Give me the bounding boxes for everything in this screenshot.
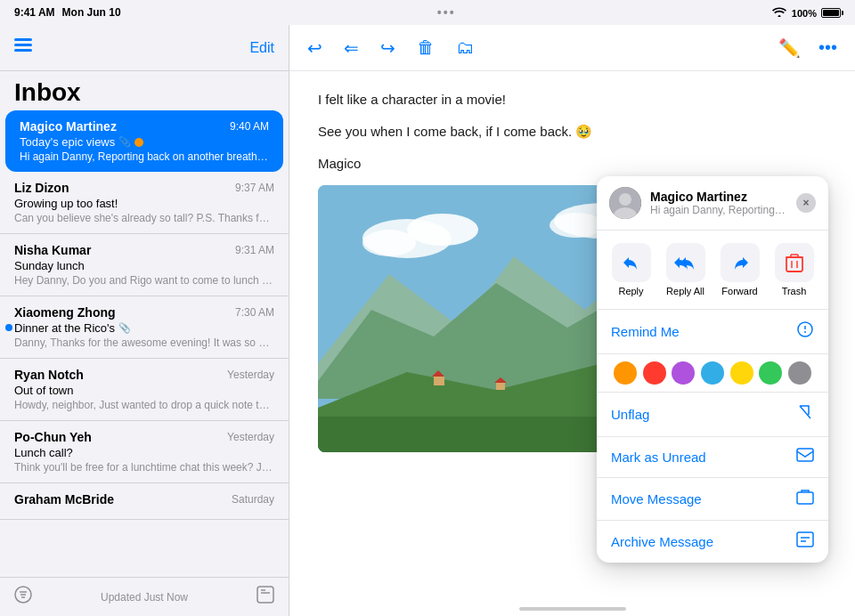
color-dot[interactable]: [614, 361, 637, 385]
email-header: Magico Martinez 9:40 AM: [20, 119, 269, 134]
email-subject: Dinner at the Rico's 📎: [14, 321, 274, 335]
popup-action-reply-all[interactable]: Reply All: [666, 243, 705, 296]
filter-icon[interactable]: [14, 586, 32, 608]
popup-action-trash[interactable]: Trash: [775, 243, 814, 296]
popup-close-button[interactable]: ×: [796, 193, 816, 213]
svg-rect-39: [797, 492, 813, 504]
forward-icon[interactable]: ↪: [380, 37, 395, 59]
email-header: Graham McBride Saturday: [14, 492, 274, 507]
detail-pane: ↩ ⇐ ↪ 🗑 🗂 ✏️ ••• I felt like a character…: [289, 25, 855, 616]
email-subject: Lunch call?: [14, 446, 274, 459]
svg-rect-28: [786, 257, 802, 272]
home-bar: [519, 607, 626, 611]
email-subject: Today's epic views 📎: [20, 135, 269, 149]
popup-menu-icon: [796, 320, 814, 343]
sidebar: Edit Inbox Magico Martinez 9:40 AM Today…: [0, 25, 289, 616]
svg-rect-21: [434, 377, 444, 385]
sidebar-footer: Updated Just Now: [0, 577, 289, 616]
svg-point-17: [362, 230, 416, 256]
email-sender: Liz Dizon: [14, 181, 69, 195]
popup-action-reply[interactable]: Reply: [612, 243, 651, 296]
email-preview: Hey Danny, Do you and Rigo want to come …: [14, 274, 274, 287]
email-sender: Graham McBride: [14, 492, 114, 507]
popup-menu-unflag[interactable]: Unflag: [597, 393, 828, 437]
reply-icon[interactable]: ↩: [307, 37, 322, 59]
battery-icon: 100%: [792, 7, 841, 19]
email-item[interactable]: Graham McBride Saturday: [0, 483, 289, 520]
svg-rect-23: [496, 383, 505, 390]
popup-menu-archive-message[interactable]: Archive Message: [597, 521, 828, 563]
svg-rect-1: [14, 44, 32, 46]
popup-action-icon-3: [775, 243, 814, 282]
compose-icon[interactable]: [256, 586, 274, 608]
status-time: 9:41 AM: [14, 6, 55, 19]
popup-menu-move-message[interactable]: Move Message: [597, 478, 828, 521]
email-item[interactable]: Magico Martinez 9:40 AM Today's epic vie…: [5, 110, 283, 172]
popup-menu-label: Unflag: [611, 407, 649, 422]
popup-action-forward[interactable]: Forward: [721, 243, 760, 296]
reply-all-icon[interactable]: ⇐: [344, 37, 359, 59]
email-time: 7:30 AM: [235, 306, 274, 319]
email-sender: Magico Martinez: [20, 119, 117, 134]
email-item[interactable]: Nisha Kumar 9:31 AM Sunday lunch Hey Dan…: [0, 234, 289, 296]
popup-action-icon-1: [666, 243, 705, 282]
edit-button[interactable]: Edit: [249, 40, 274, 56]
email-header: Ryan Notch Yesterday: [14, 368, 274, 382]
sidebar-toggle-icon[interactable]: [14, 38, 32, 57]
email-subject: Out of town: [14, 384, 274, 397]
popup-avatar: [609, 187, 641, 219]
email-item[interactable]: Po-Chun Yeh Yesterday Lunch call? Think …: [0, 421, 289, 483]
email-header: Nisha Kumar 9:31 AM: [14, 243, 274, 257]
color-dot[interactable]: [788, 361, 811, 385]
email-sender: Xiaomeng Zhong: [14, 305, 116, 320]
popup-action-label-3: Trash: [782, 286, 807, 296]
email-item[interactable]: Liz Dizon 9:37 AM Growing up too fast! C…: [0, 172, 289, 234]
app-container: Edit Inbox Magico Martinez 9:40 AM Today…: [0, 25, 855, 616]
email-time: Yesterday: [227, 431, 274, 443]
color-dot[interactable]: [730, 361, 753, 385]
svg-rect-0: [14, 38, 32, 41]
attachment-icon: 📎: [118, 322, 131, 334]
sidebar-toolbar: Edit: [0, 25, 289, 71]
popup-action-icon-0: [612, 243, 651, 282]
email-subject: Sunday lunch: [14, 259, 274, 272]
popup-menu-remind-me[interactable]: Remind Me: [597, 310, 828, 354]
color-dot[interactable]: [701, 361, 724, 385]
svg-point-20: [550, 213, 603, 238]
email-body-line2: See you when I come back, if I come back…: [318, 121, 826, 142]
email-time: Saturday: [232, 493, 274, 506]
popup-menu-icon: [796, 448, 814, 466]
email-preview: Howdy, neighbor, Just wanted to drop a q…: [14, 399, 274, 411]
inbox-title: Inbox: [0, 71, 289, 110]
trash-icon[interactable]: 🗑: [417, 37, 435, 58]
email-header: Po-Chun Yeh Yesterday: [14, 430, 274, 444]
more-options-icon[interactable]: •••: [818, 37, 837, 58]
color-dot[interactable]: [643, 361, 666, 385]
color-dot[interactable]: [672, 361, 695, 385]
popup-quick-actions: Reply Reply All Forward Trash: [597, 231, 828, 310]
popup-menu-label: Mark as Unread: [611, 450, 706, 465]
compose-new-icon[interactable]: ✏️: [778, 37, 801, 59]
color-dot[interactable]: [759, 361, 782, 385]
svg-point-26: [619, 193, 631, 206]
svg-point-16: [407, 214, 478, 246]
popup-action-label-0: Reply: [618, 286, 643, 296]
email-time: Yesterday: [227, 369, 274, 381]
unread-dot: [5, 324, 12, 331]
email-item[interactable]: Ryan Notch Yesterday Out of town Howdy, …: [0, 359, 289, 421]
popup-action-label-1: Reply All: [666, 286, 704, 296]
email-item[interactable]: Xiaomeng Zhong 7:30 AM Dinner at the Ric…: [0, 296, 289, 359]
email-sender: Po-Chun Yeh: [14, 430, 92, 444]
popup-menu-label: Remind Me: [611, 324, 680, 339]
popup-menu-list: Remind Me Unflag Mark as Unread Move Mes…: [597, 310, 828, 563]
popup-action-label-2: Forward: [721, 286, 757, 296]
status-date: Mon Jun 10: [62, 6, 121, 19]
popup-menu-label: Move Message: [611, 491, 702, 507]
email-sender: Ryan Notch: [14, 368, 84, 382]
popup-header-text: Magico Martinez Hi again Danny, Reportin…: [650, 190, 787, 216]
email-preview: Can you believe she's already so tall? P…: [14, 212, 274, 224]
popup-menu-mark-as-unread[interactable]: Mark as Unread: [597, 437, 828, 478]
folder-icon[interactable]: 🗂: [456, 37, 474, 58]
updated-text: Updated Just Now: [101, 591, 188, 604]
email-time: 9:40 AM: [230, 120, 269, 133]
